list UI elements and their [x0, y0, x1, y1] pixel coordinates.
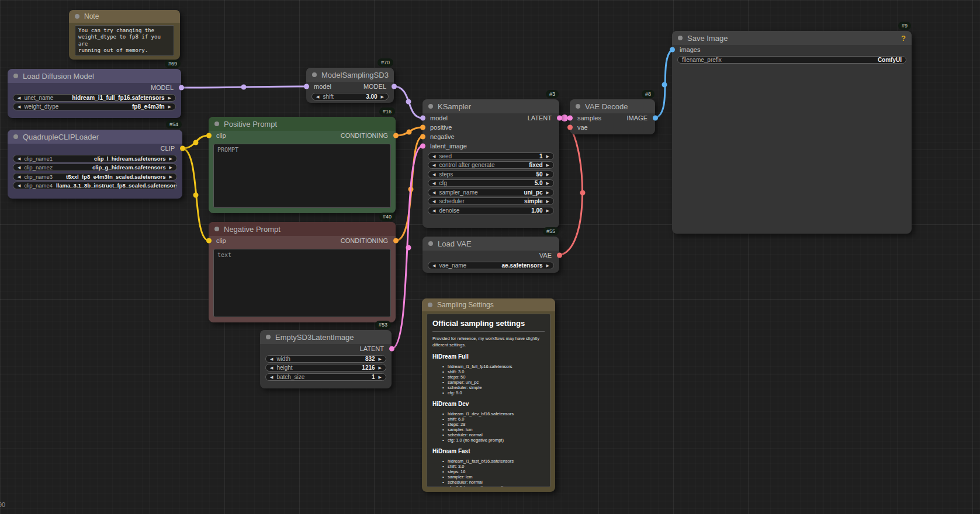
arrow-left-icon[interactable] [432, 199, 435, 203]
help-icon[interactable]: ? [901, 34, 906, 43]
link-midpoint-dot[interactable] [662, 82, 667, 88]
model-input-slot[interactable] [420, 116, 425, 121]
arrow-right-icon[interactable] [379, 375, 382, 379]
arrow-left-icon[interactable] [432, 172, 435, 176]
combo-widget[interactable]: scheduler simple [428, 197, 554, 205]
node-header[interactable]: EmptySD3LatentImage [260, 330, 392, 344]
combo-widget[interactable]: clip_name4 llama_3.1_8b_instruct_fp8_sca… [13, 182, 177, 189]
number-widget[interactable]: height 1216 [265, 364, 386, 371]
arrow-left-icon[interactable] [432, 209, 435, 213]
negative-input-slot[interactable] [420, 134, 425, 140]
arrow-left-icon[interactable] [316, 95, 319, 99]
arrow-left-icon[interactable] [18, 175, 20, 179]
collapse-dot-icon[interactable] [214, 227, 219, 231]
conditioning-output-slot[interactable] [393, 238, 399, 244]
arrow-left-icon[interactable] [18, 165, 20, 169]
samples-input-slot[interactable] [567, 116, 573, 121]
collapse-dot-icon[interactable] [75, 14, 79, 19]
combo-widget[interactable]: cfg 5.0 [428, 179, 554, 187]
arrow-right-icon[interactable] [168, 105, 171, 109]
link-midpoint-dot[interactable] [580, 190, 586, 196]
collapse-dot-icon[interactable] [13, 74, 18, 78]
link-vae-to-vaedecode[interactable] [559, 127, 583, 255]
arrow-left-icon[interactable] [18, 96, 20, 100]
node-header[interactable]: VAE Decode [570, 99, 655, 113]
link-midpoint-dot[interactable] [406, 99, 411, 105]
collapse-dot-icon[interactable] [428, 241, 433, 246]
clip-output-slot[interactable] [180, 146, 185, 151]
node-header[interactable]: Save Image ? [672, 31, 912, 45]
arrow-left-icon[interactable] [270, 357, 273, 361]
arrow-left-icon[interactable] [270, 366, 273, 370]
node-header[interactable]: QuadrupleCLIPLoader [8, 130, 182, 144]
combo-widget[interactable]: denoise 1.00 [428, 207, 554, 214]
text-widget[interactable]: filename_prefix ComfyUI [677, 56, 906, 64]
arrow-right-icon[interactable] [546, 154, 549, 158]
clip-input-slot[interactable] [206, 238, 212, 244]
arrow-right-icon[interactable] [169, 175, 172, 179]
arrow-right-icon[interactable] [168, 96, 171, 100]
model-output-slot[interactable] [179, 85, 184, 91]
arrow-right-icon[interactable] [546, 199, 549, 203]
node-header[interactable]: KSampler [423, 99, 559, 113]
combo-widget[interactable]: unet_name hidream_i1_full_fp16.safetenso… [13, 94, 176, 102]
node-header[interactable]: Note [69, 10, 180, 23]
link-midpoint-dot[interactable] [407, 130, 412, 135]
combo-widget[interactable]: vae_name ae.safetensors [428, 262, 554, 269]
number-widget[interactable]: batch_size 1 [265, 373, 386, 381]
workflow-canvas[interactable]: Note You can try changing the weight_dty… [0, 0, 980, 514]
arrow-right-icon[interactable] [546, 190, 549, 195]
arrow-left-icon[interactable] [270, 375, 273, 379]
model-input-slot[interactable] [304, 84, 309, 89]
arrow-left-icon[interactable] [432, 263, 435, 268]
combo-widget[interactable]: sampler_name uni_pc [428, 189, 554, 196]
link-midpoint-dot[interactable] [406, 245, 411, 251]
arrow-right-icon[interactable] [546, 263, 549, 268]
collapse-dot-icon[interactable] [214, 121, 219, 126]
arrow-right-icon[interactable] [379, 357, 382, 361]
node-header[interactable]: Load VAE [423, 237, 559, 251]
latent-output-slot[interactable] [389, 346, 394, 352]
combo-widget[interactable]: weight_dtype fp8_e4m3fn [13, 103, 176, 110]
node-header[interactable]: Negative Prompt [209, 222, 396, 236]
arrow-right-icon[interactable] [546, 163, 549, 167]
arrow-left-icon[interactable] [18, 183, 20, 187]
node-header[interactable]: Positive Prompt [209, 117, 396, 131]
link-midpoint-dot[interactable] [193, 140, 199, 145]
model-output-slot[interactable] [392, 84, 397, 89]
collapse-dot-icon[interactable] [13, 134, 18, 139]
positive-input-slot[interactable] [420, 125, 425, 130]
note-content-box[interactable]: Official sampling settings Provided for … [427, 314, 550, 487]
combo-widget[interactable]: clip_name1 clip_l_hidream.safetensors [13, 155, 177, 162]
arrow-left-icon[interactable] [432, 190, 435, 195]
combo-widget[interactable]: seed 1 [428, 152, 554, 160]
vae-input-slot[interactable] [567, 125, 573, 130]
arrow-left-icon[interactable] [432, 154, 435, 158]
combo-widget[interactable]: steps 50 [428, 171, 554, 178]
images-input-slot[interactable] [670, 47, 675, 53]
arrow-left-icon[interactable] [432, 163, 435, 167]
node-header[interactable]: Load Diffusion Model [8, 69, 181, 83]
combo-widget[interactable]: control after generate fixed [428, 161, 554, 169]
vae-output-slot[interactable] [557, 253, 562, 258]
collapse-dot-icon[interactable] [428, 303, 432, 307]
prompt-textarea[interactable]: PROMPT [213, 144, 391, 208]
latent-image-input-slot[interactable] [420, 144, 425, 149]
conditioning-output-slot[interactable] [393, 133, 399, 138]
number-widget[interactable]: width 832 [265, 355, 386, 363]
number-widget[interactable]: shift 3.00 [311, 93, 389, 100]
combo-widget[interactable]: clip_name2 clip_g_hidream.safetensors [13, 164, 177, 171]
collapse-dot-icon[interactable] [678, 36, 683, 40]
collapse-dot-icon[interactable] [312, 72, 317, 77]
arrow-right-icon[interactable] [546, 172, 549, 176]
latent-output-slot[interactable] [557, 116, 562, 121]
arrow-right-icon[interactable] [379, 366, 382, 370]
arrow-left-icon[interactable] [432, 181, 435, 185]
arrow-right-icon[interactable] [169, 157, 172, 161]
arrow-left-icon[interactable] [18, 105, 20, 109]
arrow-right-icon[interactable] [381, 95, 384, 99]
collapse-dot-icon[interactable] [266, 335, 271, 339]
prompt-textarea[interactable]: text [213, 249, 391, 317]
node-header[interactable]: Sampling Settings [422, 298, 555, 311]
collapse-dot-icon[interactable] [428, 104, 433, 109]
